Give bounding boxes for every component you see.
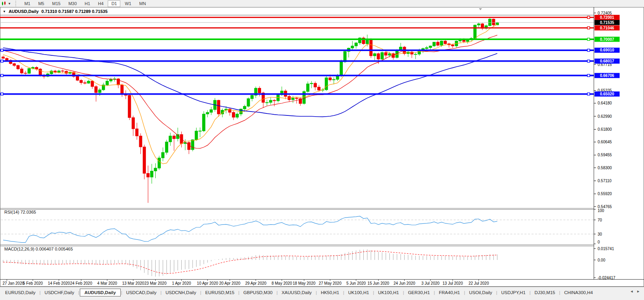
svg-text:23 Mar 2020: 23 Mar 2020 [144,281,167,285]
chart-tab-eurusd-m15[interactable]: EURUSD,M15 [202,289,238,296]
tab-separator: | [530,290,531,295]
toolbar-grip[interactable] [15,1,18,6]
tab-separator: | [160,290,162,295]
svg-text:13 Mar 2020: 13 Mar 2020 [122,281,145,285]
svg-text:-0.024417: -0.024417 [598,276,615,280]
price-axis[interactable]: 0.72405 0.67715 0.65335 0.64180 0.62990 … [594,7,644,280]
svg-text:100: 100 [598,209,604,213]
triangle-down-icon[interactable]: ▼ [3,10,6,13]
chart-canvas[interactable]: 27 Jan 2020 5 Feb 2020 14 Feb 2020 24 Fe… [0,7,644,287]
svg-text:5 Jun 2020: 5 Jun 2020 [346,281,366,285]
chart-tab-china300-h4[interactable]: CHINA300,H4 [561,289,596,296]
chart-tab-usdjpy-h1[interactable]: USDJPY,H1 [498,289,529,296]
price-badge-0.72001: 0.72001 [594,15,620,20]
svg-text:27 Jan 2020: 27 Jan 2020 [2,281,24,285]
svg-text:15 Jun 2020: 15 Jun 2020 [368,281,389,285]
svg-text:18 May 2020: 18 May 2020 [293,281,315,285]
svg-text:0.72405: 0.72405 [598,11,612,15]
timeframe-button-m1[interactable]: M1 [21,0,34,7]
svg-text:0.60645: 0.60645 [598,140,612,144]
svg-text:0.62990: 0.62990 [598,114,612,119]
chart-tab-uk100-h1[interactable]: UK100,H1 [375,289,403,296]
svg-text:30: 30 [598,232,602,236]
chart-tab-usdcnh-daily[interactable]: USDCNH,Daily [162,289,200,296]
price-badge-0.71046: 0.71046 [594,26,620,31]
chart-tab-usdcad-daily[interactable]: USDCAD,Daily [123,289,160,296]
svg-text:0.015741: 0.015741 [598,247,614,251]
svg-text:10 Apr 2020: 10 Apr 2020 [197,281,218,285]
timeframe-button-h4[interactable]: H4 [94,0,107,7]
svg-text:3 Jul 2020: 3 Jul 2020 [421,281,440,285]
timeframe-button-m30[interactable]: M30 [65,0,80,7]
chart-symbol: AUDUSD,Daily [9,9,39,14]
tab-separator: | [464,290,465,295]
rsi-indicator-label: RSI(14) 72.0365 [4,210,36,214]
tab-separator: | [238,290,239,295]
svg-text:0.57110: 0.57110 [598,179,612,183]
tab-separator: | [200,290,201,295]
svg-text:0.66706: 0.66706 [600,73,615,78]
chart-tab-audusd-daily[interactable]: AUDUSD,Daily [80,289,121,296]
tab-separator: | [39,290,40,295]
timeframe-button-m15[interactable]: M15 [48,0,64,7]
tab-separator: | [276,290,278,295]
price-badge-0.69010: 0.69010 [594,48,620,53]
chart-tab-hk50-h1[interactable]: HK50,H1 [317,289,343,296]
timeframe-button-d1[interactable]: D1 [108,0,120,7]
svg-text:0.69010: 0.69010 [600,48,615,52]
svg-text:14 Feb 2020: 14 Feb 2020 [48,281,70,285]
svg-text:1 Apr 2020: 1 Apr 2020 [172,281,191,285]
svg-text:70: 70 [598,218,602,222]
chart-tab-ger30-h1[interactable]: GER30,H1 [405,289,434,296]
svg-text:27 May 2020: 27 May 2020 [319,281,342,285]
timeframe-button-mn[interactable]: MN [136,0,149,7]
timeframe-buttons: M1M5M15M30H1H4D1W1MN [20,0,150,7]
chart-type-button[interactable]: ▼ [0,0,12,7]
svg-text:22 Jul 2020: 22 Jul 2020 [469,281,489,285]
chart-tab-eurusd-daily[interactable]: EURUSD,Daily [2,289,39,296]
terminal-window: ▼ M1M5M15M30H1H4D1W1MN [0,0,644,300]
chart-tab-xauusd-daily[interactable]: XAUUSD,Daily [278,289,315,296]
price-badge-0.70007: 0.70007 [594,37,620,42]
tab-separator: | [496,290,497,295]
chart-window: 27 Jan 2020 5 Feb 2020 14 Feb 2020 24 Fe… [0,7,644,287]
svg-text:20 Apr 2020: 20 Apr 2020 [219,281,240,285]
chart-title: ▼ AUDUSD,Daily 0.71310 0.71587 0.71289 0… [3,9,108,14]
tab-separator: | [403,290,404,295]
chart-tab-usoil-daily[interactable]: USOil,Daily [466,289,496,296]
timeframe-button-w1[interactable]: W1 [121,0,135,7]
tab-separator: | [559,290,560,295]
svg-text:13 Jul 2020: 13 Jul 2020 [443,281,463,285]
svg-text:0.58300: 0.58300 [598,166,612,170]
svg-text:0.00: 0.00 [598,258,605,262]
svg-text:0.72001: 0.72001 [600,15,615,20]
tab-separator: | [434,290,435,295]
chart-tab-uk100-h1[interactable]: UK100,H1 [345,289,373,296]
chart-tab-gbpusd-m30[interactable]: GBPUSD,M30 [240,289,276,296]
svg-text:0: 0 [598,240,600,244]
price-badge-0.65020: 0.65020 [594,91,620,97]
svg-text:0.59455: 0.59455 [598,153,612,157]
arrow-right-icon[interactable]: ► [637,289,640,293]
svg-text:0.65020: 0.65020 [600,92,615,96]
current-price-badge: 0.71535 [594,20,620,25]
chart-tab-fra40-h1[interactable]: FRA40,H1 [435,289,464,296]
svg-text:0.71535: 0.71535 [600,20,615,25]
svg-text:4 Mar 2020: 4 Mar 2020 [97,281,117,285]
svg-text:0.70007: 0.70007 [600,37,615,42]
svg-text:24 Feb 2020: 24 Feb 2020 [70,281,92,285]
chart-tabs: EURUSD,Daily|USDCHF,Daily|AUDUSD,Daily|U… [2,288,596,297]
svg-text:5 Feb 2020: 5 Feb 2020 [23,281,43,285]
svg-text:8 May 2020: 8 May 2020 [272,281,293,285]
timeframe-button-m5[interactable]: M5 [35,0,48,7]
tab-separator: | [121,290,122,295]
chart-tab-usdchf-daily[interactable]: USDCHF,Daily [41,289,77,296]
tab-scroll-buttons: ◄ ► [630,289,640,293]
arrow-left-icon[interactable]: ◄ [630,289,633,293]
timeframe-button-h1[interactable]: H1 [81,0,94,7]
chart-tab-dj30-m15[interactable]: DJ30,M15 [531,289,559,296]
candlestick-chart-icon [1,1,7,6]
toolbar: ▼ M1M5M15M30H1H4D1W1MN [0,0,644,7]
price-badge-0.66706: 0.66706 [594,73,620,78]
svg-text:0.54765: 0.54765 [598,205,612,209]
